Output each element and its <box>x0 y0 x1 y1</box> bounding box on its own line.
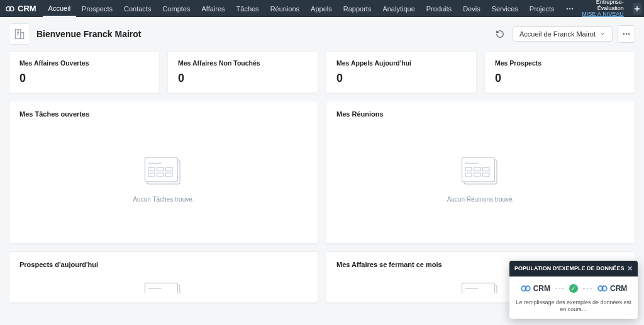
stat-label: Mes Affaires Non Touchés <box>178 59 308 67</box>
svg-rect-14 <box>21 33 24 39</box>
toast-flow: CRM ✓ CRM <box>514 283 633 294</box>
nav-item-appels[interactable]: Appels <box>305 0 338 17</box>
panel-taches: Mes Tâches ouvertes Aucun Tâches trouvé. <box>9 101 318 244</box>
page-title: Bienvenue Franck Mairot <box>36 29 142 39</box>
nav-item-accueil[interactable]: Accueil <box>43 0 76 17</box>
stats-row: Mes Affaires Ouvertes 0 Mes Affaires Non… <box>9 51 635 93</box>
nav-item-projects[interactable]: Projects <box>524 0 560 17</box>
toast-body: CRM ✓ CRM Le remplissage des exemples de… <box>509 277 638 319</box>
svg-rect-22 <box>145 157 178 181</box>
panels-row-1: Mes Tâches ouvertes Aucun Tâches trouvé.… <box>9 101 635 244</box>
panel-prospects-aujourdhui: Prospects d'aujourd'hui <box>9 251 318 303</box>
empty-state: Aucun Tâches trouvé. <box>19 143 308 234</box>
brand[interactable]: CRM <box>5 4 36 14</box>
page-header: Bienvenue Franck Mairot Accueil de Franc… <box>0 17 644 51</box>
brand-label: CRM <box>18 4 36 13</box>
nav-more-icon[interactable] <box>560 4 579 13</box>
toast-title: POPULATION D'EXEMPLE DE DONNÉES <box>514 265 625 271</box>
svg-point-18 <box>623 33 625 35</box>
svg-rect-31 <box>462 157 495 181</box>
empty-illustration-icon <box>141 156 186 188</box>
svg-point-19 <box>626 33 627 35</box>
empty-state <box>19 275 308 294</box>
empty-illustration-icon <box>141 281 186 294</box>
stat-label: Mes Appels Aujourd'hui <box>336 59 466 67</box>
crm-logo-icon <box>597 283 608 294</box>
svg-point-4 <box>571 8 572 9</box>
toast-header: POPULATION D'EXEMPLE DE DONNÉES ✕ <box>509 261 638 277</box>
flow-line <box>555 288 564 288</box>
empty-illustration-icon <box>458 281 503 294</box>
flow-line <box>583 288 592 288</box>
toast-message: Le remplissage des exemples de données e… <box>514 299 633 314</box>
view-selector-label: Accueil de Franck Mairot <box>519 30 596 38</box>
crm-logo-icon <box>520 283 531 294</box>
more-actions-button[interactable] <box>618 25 635 43</box>
nav-item-rapports[interactable]: Rapports <box>338 0 377 17</box>
stat-card-prospects[interactable]: Mes Prospects 0 <box>484 51 635 93</box>
stat-card-appels[interactable]: Mes Appels Aujourd'hui 0 <box>326 51 477 93</box>
nav-item-produits[interactable]: Produits <box>421 0 457 17</box>
nav-item-contacts[interactable]: Contacts <box>118 0 157 17</box>
page-actions: Accueil de Franck Mairot <box>492 25 635 43</box>
svg-point-2 <box>566 8 567 9</box>
empty-text: Aucun Réunions trouvé. <box>447 196 514 203</box>
panel-title: Mes Réunions <box>336 110 625 118</box>
crm-badge-source: CRM <box>520 283 550 294</box>
add-button[interactable] <box>633 3 642 14</box>
stat-label: Mes Affaires Ouvertes <box>19 59 149 67</box>
page-icon <box>9 23 30 45</box>
nav-item-comptes[interactable]: Comptes <box>157 0 196 17</box>
empty-state: Aucun Réunions trouvé. <box>336 143 625 234</box>
refresh-icon[interactable] <box>492 26 508 42</box>
chevron-down-icon <box>599 31 606 37</box>
svg-point-3 <box>569 8 570 9</box>
nav-item-reunions[interactable]: Réunions <box>265 0 305 17</box>
stat-value: 0 <box>178 72 308 85</box>
svg-point-20 <box>628 33 630 35</box>
crm-badge-target: CRM <box>597 283 627 294</box>
stat-value: 0 <box>336 72 466 85</box>
top-nav: CRM Accueil Prospects Contacts Comptes A… <box>0 0 644 17</box>
trial-info: Entreprise-Évaluation MISE À NIVEAU <box>579 0 626 18</box>
empty-illustration-icon <box>458 156 503 188</box>
nav-right: Entreprise-Évaluation MISE À NIVEAU <box>579 0 644 17</box>
nav-items: Accueil Prospects Contacts Comptes Affai… <box>43 0 579 17</box>
nav-item-services[interactable]: Services <box>486 0 524 17</box>
stat-value: 0 <box>495 72 625 85</box>
panel-title: Prospects d'aujourd'hui <box>19 261 308 268</box>
stat-value: 0 <box>19 72 149 85</box>
view-selector-button[interactable]: Accueil de Franck Mairot <box>513 26 613 42</box>
nav-item-devis[interactable]: Devis <box>457 0 486 17</box>
trial-label: Entreprise-Évaluation <box>579 0 624 11</box>
empty-text: Aucun Tâches trouvé. <box>133 196 194 203</box>
nav-item-analytique[interactable]: Analytique <box>377 0 420 17</box>
stat-label: Mes Prospects <box>495 59 625 67</box>
panel-title: Mes Tâches ouvertes <box>19 110 308 118</box>
brand-icon <box>5 4 15 14</box>
stat-card-affaires-ouvertes[interactable]: Mes Affaires Ouvertes 0 <box>9 51 160 93</box>
panel-reunions: Mes Réunions Aucun Réunions trouvé. <box>326 101 635 244</box>
stat-card-affaires-non-touches[interactable]: Mes Affaires Non Touchés 0 <box>167 51 318 93</box>
close-icon[interactable]: ✕ <box>627 265 633 273</box>
more-icon <box>622 30 631 38</box>
toast-sample-data: POPULATION D'EXEMPLE DE DONNÉES ✕ CRM ✓ … <box>509 261 638 319</box>
upgrade-link[interactable]: MISE À NIVEAU <box>579 11 624 18</box>
nav-item-affaires[interactable]: Affaires <box>196 0 230 17</box>
check-icon: ✓ <box>569 284 578 293</box>
nav-item-taches[interactable]: Tâches <box>231 0 265 17</box>
nav-item-prospects[interactable]: Prospects <box>76 0 118 17</box>
